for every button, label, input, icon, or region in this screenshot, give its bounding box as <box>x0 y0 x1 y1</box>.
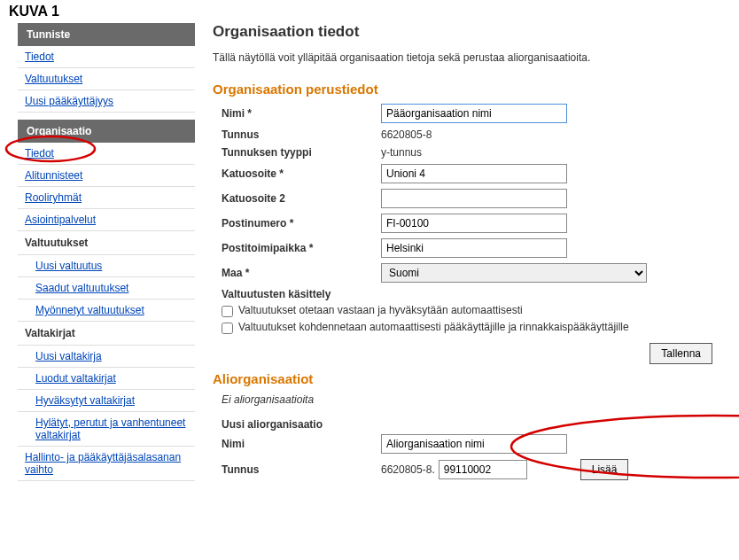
sidebar: Tunniste Tiedot Valtuutukset Uusi pääkäy… <box>18 23 195 488</box>
main-content: Organisaation tiedot Tällä näytöllä voit… <box>213 23 739 486</box>
label-postinumero: Postinumero * <box>222 217 381 229</box>
checkbox-auto-assign-label: Valtuutukset kohdennetaan automaattisest… <box>238 321 629 333</box>
sidebar-item-valtuutukset[interactable]: Valtuutukset <box>25 73 82 85</box>
checkbox-auto-accept-label: Valtuutukset otetaan vastaan ja hyväksyt… <box>238 304 523 316</box>
sidebar-label-valtakirjat: Valtakirjat <box>18 322 195 346</box>
checkbox-auto-accept[interactable] <box>222 306 233 317</box>
sidebar-item-uusi-paakayttajyys[interactable]: Uusi pääkäyttäjyys <box>25 95 113 107</box>
sidebar-item-alitunnisteet[interactable]: Alitunnisteet <box>25 169 82 182</box>
label-tunnuksen-tyyppi: Tunnuksen tyyppi <box>222 146 381 159</box>
sidebar-item-uusi-valtuutus[interactable]: Uusi valtuutus <box>35 260 102 272</box>
sidebar-item-hyvaksytyt-valtakirjat[interactable]: Hyväksytyt valtakirjat <box>35 394 135 407</box>
no-suborg-text: Ei aliorganisaatioita <box>213 393 721 406</box>
sidebar-header-tunniste: Tunniste <box>18 23 195 46</box>
input-postinumero[interactable] <box>381 214 567 233</box>
sidebar-item-luodut-valtakirjat[interactable]: Luodut valtakirjat <box>35 372 116 385</box>
sidebar-item-hylatyt-valtakirjat[interactable]: Hylätyt, perutut ja vanhentuneet valtaki… <box>35 416 185 441</box>
input-katuosoite2[interactable] <box>381 189 567 208</box>
image-label: KUVA 1 <box>0 0 739 23</box>
sidebar-header-organisaatio: Organisaatio <box>18 120 195 143</box>
label-tunnus: Tunnus <box>222 128 381 141</box>
input-postitoimipaikka[interactable] <box>381 238 567 258</box>
sidebar-item-myonnetyt-valtuutukset[interactable]: Myönnetyt valtuutukset <box>35 304 144 316</box>
section-perustiedot: Organisaation perustiedot <box>213 82 721 97</box>
value-tunnus: 6620805-8 <box>381 128 432 141</box>
intro-text: Tällä näytöllä voit ylläpitää organisaat… <box>213 51 721 64</box>
input-nimi[interactable] <box>381 104 567 123</box>
sidebar-label-valtuutukset: Valtuutukset <box>18 231 195 255</box>
label-postitoimipaikka: Postitoimipaikka * <box>222 242 381 254</box>
input-ali-nimi[interactable] <box>381 434 567 454</box>
sidebar-item-asiointipalvelut[interactable]: Asiointipalvelut <box>25 214 96 226</box>
label-uusi-aliorg: Uusi aliorganisaatio <box>213 418 721 431</box>
label-nimi: Nimi * <box>222 107 381 120</box>
label-katuosoite: Katuosoite * <box>222 167 381 180</box>
label-katuosoite2: Katuosoite 2 <box>222 192 381 205</box>
ali-tunnus-prefix: 6620805-8. <box>381 463 435 476</box>
sidebar-item-saadut-valtuutukset[interactable]: Saadut valtuutukset <box>35 282 128 294</box>
checkbox-auto-assign[interactable] <box>222 323 233 334</box>
sidebar-item-uusi-valtakirja[interactable]: Uusi valtakirja <box>35 350 102 362</box>
sidebar-item-org-tiedot[interactable]: Tiedot <box>25 147 54 159</box>
add-button[interactable]: Lisää <box>580 459 629 480</box>
label-maa: Maa * <box>222 267 381 279</box>
label-ali-nimi: Nimi <box>222 438 381 450</box>
section-aliorganisaatiot: Aliorganisaatiot <box>213 371 721 386</box>
input-katuosoite[interactable] <box>381 164 567 183</box>
save-button[interactable]: Tallenna <box>650 343 712 364</box>
value-tunnuksen-tyyppi: y-tunnus <box>381 146 422 159</box>
input-ali-tunnus[interactable] <box>439 460 527 479</box>
sidebar-item-rooliryhmat[interactable]: Rooliryhmät <box>25 191 82 204</box>
label-ali-tunnus: Tunnus <box>222 463 381 476</box>
sidebar-item-hallinto[interactable]: Hallinto- ja pääkäyttäjäsalasanan vaihto <box>25 451 181 476</box>
label-valtuutusten-kasittely: Valtuutusten käsittely <box>213 288 721 300</box>
page-title: Organisaation tiedot <box>213 23 721 41</box>
sidebar-item-tiedot[interactable]: Tiedot <box>25 51 54 63</box>
select-maa[interactable]: Suomi <box>381 263 647 283</box>
